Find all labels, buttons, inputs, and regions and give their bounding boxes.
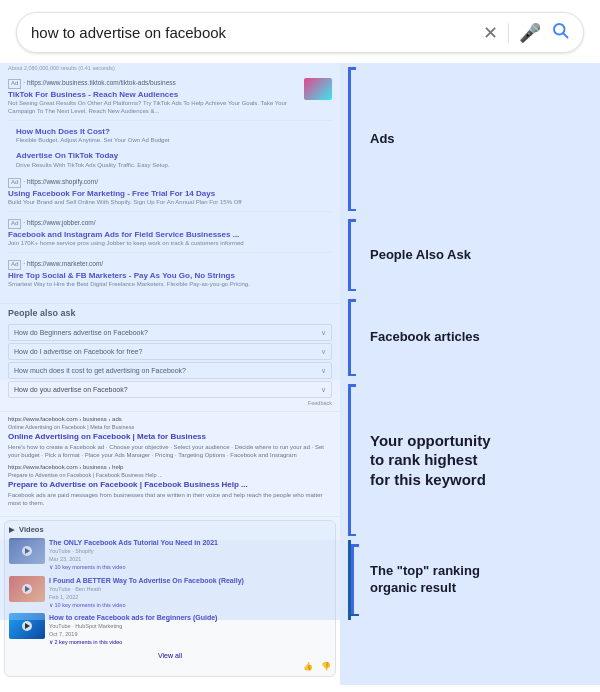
ann-bracket-video	[348, 380, 360, 540]
ad-label: Ad	[8, 219, 21, 229]
ad-label: Ad	[8, 260, 21, 270]
result-breadcrumb: Prepare to Advertise on Facebook | Faceb…	[8, 472, 332, 479]
ad-desc: Join 170K+ home service pros using Jobbe…	[8, 240, 332, 248]
ad-title[interactable]: Hire Top Social & FB Marketers - Pay As …	[8, 271, 332, 281]
ads-section: Ad · https://www.business.tiktok.com/tik…	[0, 74, 340, 304]
ann-bracket-paa	[348, 215, 360, 295]
paa-annotation-label: People Also Ask	[370, 247, 471, 264]
ann-video: Your opportunityto rank highestfor this …	[340, 380, 600, 540]
ad-item: Ad · https://www.business.tiktok.com/tik…	[8, 78, 332, 121]
result-count: About 2,080,000,000 results (0.41 second…	[0, 63, 340, 74]
ad-title[interactable]: Using Facebook For Marketing - Free Tria…	[8, 189, 332, 199]
paa-item[interactable]: How do Beginners advertise on Facebook? …	[8, 324, 332, 341]
search-divider	[508, 23, 509, 43]
ad-desc: Not Seeing Great Results On Other Ad Pla…	[8, 100, 300, 116]
chevron-down-icon: ∨	[321, 385, 326, 394]
ad-sub-item: How Much Does It Cost? Flexible Budget. …	[16, 127, 332, 149]
video-title[interactable]: I Found A BETTER Way To Advertise On Fac…	[49, 576, 331, 585]
thumbs-up-icon[interactable]: 👍	[303, 662, 313, 672]
ad-thumbnail	[304, 78, 332, 100]
result-desc: Here's how to create a Facebook ad · Cho…	[8, 444, 332, 460]
ad-url: · https://www.jobber.com/	[23, 219, 95, 226]
result-desc: Facebook ads are paid messages from busi…	[8, 492, 332, 508]
ad-item: Ad · https://www.jobber.com/ Facebook an…	[8, 218, 332, 253]
ann-paa: People Also Ask	[340, 215, 600, 295]
paa-question: How do I advertise on Facebook for free?	[14, 347, 142, 356]
search-bar: ✕ 🎤	[16, 12, 584, 53]
fb-articles-section: https://www.facebook.com › business › ad…	[0, 412, 340, 517]
ann-bracket-organic	[348, 540, 360, 620]
video-info: I Found A BETTER Way To Advertise On Fac…	[49, 576, 331, 610]
result-url: https://www.facebook.com › business › ad…	[8, 416, 332, 424]
video-item: The ONLY Facebook Ads Tutorial You Need …	[9, 538, 331, 572]
ad-item: Ad · https://www.shopify.com/ Using Face…	[8, 177, 332, 212]
fb-annotation-label: Facebook articles	[370, 329, 480, 346]
paa-item[interactable]: How do you advertise on Facebook? ∨	[8, 381, 332, 398]
view-all-link[interactable]: View all	[9, 651, 331, 660]
ad-label: Ad	[8, 79, 21, 89]
video-expand[interactable]: ∨ 10 key moments in this video	[49, 564, 331, 571]
thumbs-down-icon[interactable]: 👎	[321, 662, 331, 672]
bracket-bottom-cap	[348, 209, 356, 212]
result-title[interactable]: Prepare to Advertise on Facebook | Faceb…	[8, 480, 332, 490]
video-date: Mar 23, 2021	[49, 556, 331, 563]
organic-section: https://blog.hootsuite.com › how-to-adve…	[0, 680, 340, 685]
video-thumbnail[interactable]	[9, 613, 45, 639]
video-thumbnail[interactable]	[9, 538, 45, 564]
search-input[interactable]	[31, 24, 483, 41]
paa-question: How do you advertise on Facebook?	[14, 385, 128, 394]
ad-desc: Build Your Brand and Sell Online With Sh…	[8, 199, 332, 207]
result-title[interactable]: Online Advertising on Facebook | Meta fo…	[8, 432, 332, 442]
organic-annotation-label: The "top" rankingorganic result	[370, 563, 480, 597]
video-meta: YouTube · Shopify	[49, 548, 331, 555]
ad-item: Ad · https://www.marketer.com/ Hire Top …	[8, 259, 332, 293]
ad-sub-items: How Much Does It Cost? Flexible Budget. …	[8, 127, 332, 173]
clear-icon[interactable]: ✕	[483, 22, 498, 44]
ad-sub-title[interactable]: Advertise On TikTok Today	[16, 151, 332, 161]
ad-sub-desc: Flexible Budget. Adjust Anytime. Set You…	[16, 137, 332, 145]
mic-icon[interactable]: 🎤	[519, 22, 541, 44]
ad-sub-title[interactable]: How Much Does It Cost?	[16, 127, 332, 137]
ad-title[interactable]: Facebook and Instagram Ads for Field Ser…	[8, 230, 332, 240]
chevron-down-icon: ∨	[321, 347, 326, 356]
paa-item[interactable]: How much does it cost to get advertising…	[8, 362, 332, 379]
videos-header: ▶ Videos	[9, 525, 331, 535]
ad-url: · https://www.business.tiktok.com/tiktok…	[23, 79, 175, 86]
result-breadcrumb: Online Advertising on Facebook | Meta fo…	[8, 424, 332, 431]
chevron-down-icon: ∨	[321, 366, 326, 375]
video-date: Feb 1, 2022	[49, 594, 331, 601]
ann-bracket-ads	[348, 63, 360, 215]
bracket-bottom-cap	[348, 374, 356, 377]
bracket-bottom-cap	[351, 614, 359, 617]
ad-sub-desc: Drive Results With TikTok Ads Quality Tr…	[16, 162, 332, 170]
paa-question: How much does it cost to get advertising…	[14, 366, 186, 375]
video-title[interactable]: How to create Facebook ads for Beginners…	[49, 613, 331, 622]
ads-annotation-label: Ads	[370, 131, 395, 148]
ad-title[interactable]: TikTok For Business - Reach New Audience…	[8, 90, 300, 100]
video-expand[interactable]: ∨ 2 key moments in this video	[49, 639, 331, 646]
paa-item[interactable]: How do I advertise on Facebook for free?…	[8, 343, 332, 360]
video-info: How to create Facebook ads for Beginners…	[49, 613, 331, 647]
bracket-bottom-cap	[348, 534, 356, 537]
video-thumbnail[interactable]	[9, 576, 45, 602]
ad-label: Ad	[8, 178, 21, 188]
feedback-link[interactable]: Feedback	[8, 400, 332, 407]
annotation-panel: Ads People Also Ask Facebook articles Yo…	[340, 63, 600, 685]
fb-result: https://www.facebook.com › business › he…	[8, 464, 332, 507]
fb-result: https://www.facebook.com › business › ad…	[8, 416, 332, 459]
ann-organic: The "top" rankingorganic result	[340, 540, 600, 620]
search-submit-icon[interactable]	[551, 21, 569, 44]
video-date: Oct 7, 2019	[49, 631, 331, 638]
video-info: The ONLY Facebook Ads Tutorial You Need …	[49, 538, 331, 572]
paa-title: People also ask	[8, 308, 332, 320]
ad-desc: Smartest Way to Hire the Best Digital Fr…	[8, 281, 332, 289]
svg-line-1	[563, 33, 567, 37]
ad-sub-item: Advertise On TikTok Today Drive Results …	[16, 151, 332, 173]
video-icon: ▶	[9, 526, 14, 533]
video-expand[interactable]: ∨ 10 key moments in this video	[49, 602, 331, 609]
video-meta: YouTube · Ben Heath	[49, 586, 331, 593]
bracket-bottom-cap	[348, 289, 356, 292]
ad-url: · https://www.marketer.com/	[23, 260, 103, 267]
chevron-down-icon: ∨	[321, 328, 326, 337]
video-title[interactable]: The ONLY Facebook Ads Tutorial You Need …	[49, 538, 331, 547]
